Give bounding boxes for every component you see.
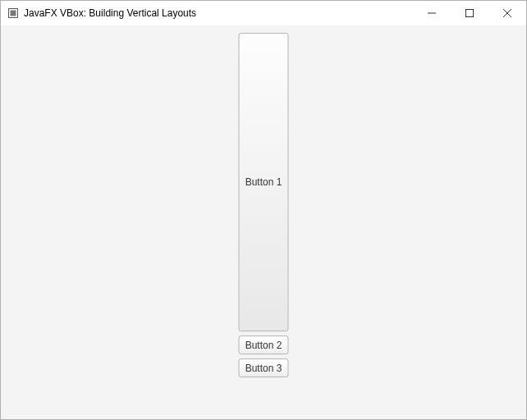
titlebar-left: JavaFX VBox: Building Vertical Layouts	[1, 7, 196, 19]
minimize-button[interactable]	[413, 1, 451, 25]
button-3-label: Button 3	[245, 363, 282, 374]
button-1[interactable]: Button 1	[239, 33, 289, 331]
titlebar: JavaFX VBox: Building Vertical Layouts	[1, 1, 526, 25]
client-area: Button 1 Button 2 Button 3	[1, 25, 526, 419]
svg-rect-3	[466, 9, 474, 16]
maximize-icon	[465, 7, 474, 20]
vbox-container: Button 1 Button 2 Button 3	[239, 33, 289, 377]
application-window: JavaFX VBox: Building Vertical Layouts	[0, 0, 527, 420]
button-2-label: Button 2	[245, 340, 282, 351]
close-button[interactable]	[488, 1, 526, 25]
button-3[interactable]: Button 3	[239, 358, 289, 377]
app-icon	[7, 7, 19, 19]
button-2[interactable]: Button 2	[239, 336, 289, 354]
svg-rect-1	[11, 11, 16, 16]
maximize-button[interactable]	[451, 1, 488, 25]
close-icon	[503, 7, 511, 20]
window-controls	[413, 1, 526, 25]
minimize-icon	[428, 7, 436, 20]
button-1-label: Button 1	[245, 176, 282, 188]
window-title: JavaFX VBox: Building Vertical Layouts	[24, 7, 196, 19]
